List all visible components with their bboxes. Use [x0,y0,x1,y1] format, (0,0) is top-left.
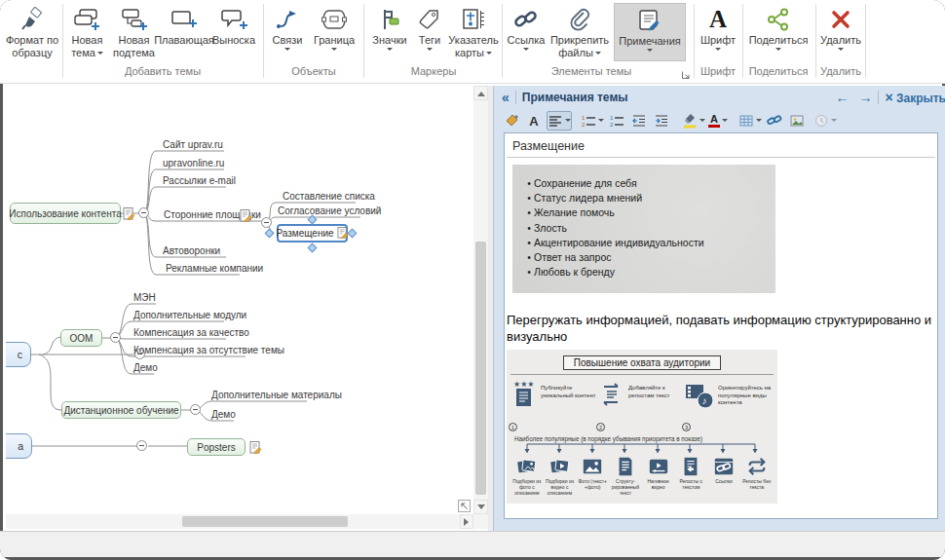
format-painter-button[interactable]: Формат по образцу [2,3,62,61]
topic-demo-distance[interactable]: Демо [211,409,236,420]
notes-editor[interactable]: Размещение •Сохранение для себя •Статус … [504,132,938,519]
slide-bullet: Ответ на запрос [534,250,611,265]
collapse-toggle[interactable] [261,217,272,228]
topic-distance[interactable]: Дистанционное обучение [61,401,181,419]
attach-files-button[interactable]: Прикрепить файлы [548,3,612,61]
topic-partial-2[interactable]: а [6,433,32,459]
infographic-caption: Наиболее популярные (в порядке убывания … [514,435,702,442]
font-dialog-icon[interactable]: A [524,111,544,131]
relationships-button[interactable]: Связи [268,3,307,61]
content-type-item: Ссылки [707,456,740,496]
svg-text:♪: ♪ [702,395,707,406]
step-text: Публикуйте уникальный контент [538,379,596,433]
collapse-toggle[interactable] [136,440,147,451]
topic-komp-otsutstvie[interactable]: Компенсация за отсутствие темы [133,345,284,355]
tags-button[interactable]: Теги [413,3,446,61]
collapse-toggle[interactable] [190,404,201,415]
svg-text:1: 1 [582,115,586,121]
topic-popsters[interactable]: Popsters [187,438,246,456]
ribbon-divider [263,4,264,78]
outdent-button[interactable] [629,111,649,131]
numbered-list-button[interactable]: 12 [581,111,604,131]
boundary-button[interactable]: Граница [309,3,359,61]
forward-arrow-icon[interactable]: → [858,90,872,105]
content-type-item: Нативное видео [642,456,675,496]
topic-dop-materialy[interactable]: Дополнительные материалы [211,390,342,400]
insert-link-icon[interactable] [765,111,784,131]
delete-icon [828,4,853,34]
collapse-toggle[interactable] [138,207,149,218]
collapse-toggle[interactable] [110,332,121,343]
callout-label: Выноска [212,34,255,47]
step-text: Добавляйте к репостам текст [625,379,680,433]
topic-oom[interactable]: ООМ [60,329,102,347]
horizontal-scroll-thumb[interactable] [182,516,348,527]
topic-partial-1[interactable]: с [6,342,31,367]
topic-men[interactable]: МЭН [133,292,156,303]
insert-image-icon[interactable] [787,111,807,131]
dialog-launcher-icon[interactable] [681,66,691,84]
note-paragraph: Перегружать информацией, подавать информ… [507,313,937,345]
back-arrow-icon[interactable]: ← [835,90,849,105]
topic-usage[interactable]: Использование контента [10,203,121,224]
hyperlink-button[interactable]: Ссылка [506,3,547,61]
topic-komp-kachestvo[interactable]: Компенсация за качество [133,327,249,338]
callout-button[interactable]: Выноска [210,3,257,61]
format-painter-small-icon[interactable] [502,111,521,131]
timestamp-button[interactable] [813,111,837,131]
topic-distance-label: Дистанционное обучение [63,405,178,416]
infographic-title-box: Повышение охвата аудитории [507,353,777,370]
new-topic-button[interactable]: Новая тема [65,3,109,61]
fit-map-button[interactable] [457,499,472,517]
bullet-list-button[interactable]: 12 [607,111,626,131]
notes-button[interactable]: Примечания [614,3,686,61]
vertical-scroll-thumb[interactable] [475,242,486,495]
map-index-button[interactable]: Указатель карты [447,3,500,61]
new-subtopic-button[interactable]: Новая подтема [110,3,158,61]
scroll-down-button[interactable] [473,500,488,514]
collapse-panel-icon[interactable]: « [502,90,510,105]
content-type-item: Структу- рированный текст [609,456,642,496]
group-label-font: Шрифт [695,65,741,77]
topic-notes-icon[interactable] [249,440,262,458]
topic-dop-moduli[interactable]: Дополнительные модули [133,310,246,320]
delete-button[interactable]: Удалить [818,3,863,61]
map-canvas[interactable]: Использование контента Сайт uprav.ru upr… [6,86,473,514]
floating-topic-label: Плавающая [154,34,214,47]
dropdown-caret-icon [427,48,433,54]
close-panel-button[interactable]: × Закрыть [885,90,945,105]
icons-button[interactable]: Значки [368,3,411,61]
align-button[interactable] [547,111,572,131]
delete-label: Удалить [820,34,861,47]
topic-sostavlenie[interactable]: Составление списка [283,191,375,202]
font-color-button[interactable]: A [708,111,728,131]
infographic-step: ★★★ 1 Публикуйте уникальный контент [510,379,596,433]
horizontal-scrollbar[interactable] [6,514,473,529]
table-button[interactable] [738,111,762,131]
topic-razmeshchenie-selected[interactable]: Размещение [277,224,348,243]
topic-notes-icon[interactable] [123,206,135,224]
share-button[interactable]: Поделиться [745,3,812,61]
font-label: Шрифт [700,34,736,47]
topic-notes-icon[interactable] [240,208,252,226]
note-infographic-image: Повышение охвата аудитории ★★★ 1 Публику… [507,350,777,504]
slide-bullet: Злость [534,221,567,236]
topic-reklamnye[interactable]: Рекламные компании [166,263,263,274]
scroll-up-button[interactable] [473,86,488,100]
close-label: Закрыть [896,92,945,105]
vertical-scrollbar[interactable] [473,86,488,514]
floating-topic-button[interactable]: Плавающая [159,3,209,61]
topic-upravonline[interactable]: upravonline.ru [163,158,224,168]
highlight-button[interactable] [682,111,705,131]
svg-text:1: 1 [610,115,614,121]
topic-avtovoronki[interactable]: Автоворонки [163,245,220,256]
dropdown-caret-icon [523,48,529,54]
topic-demo-oom[interactable]: Демо [133,362,158,373]
indent-button[interactable] [652,111,671,131]
topic-email[interactable]: Рассылки e-mail [163,175,236,186]
font-button[interactable]: A Шрифт [697,3,739,61]
topic-soglasovanie[interactable]: Согласование условий [278,205,381,216]
topic-site-uprav[interactable]: Сайт uprav.ru [163,139,223,150]
notes-toolbar: A 12 12 A [494,109,945,132]
ribbon-divider [865,4,866,78]
